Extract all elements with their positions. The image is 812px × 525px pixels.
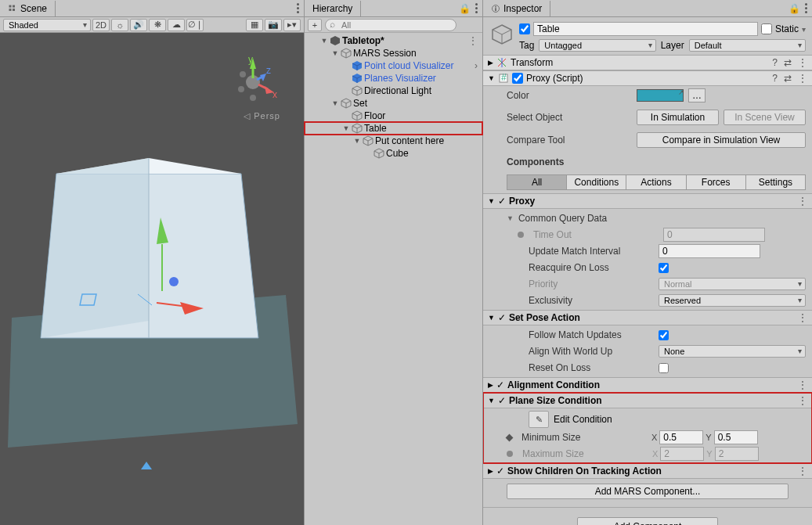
script-icon: # xyxy=(498,73,509,84)
proxy-comp-label: Proxy xyxy=(509,196,535,207)
color-extra-button[interactable]: … xyxy=(688,88,706,102)
priority-dropdown[interactable]: Normal xyxy=(659,278,806,290)
rol-checkbox[interactable] xyxy=(659,263,669,273)
alignment-section[interactable]: ▶✓ Alignment Condition ⋮ xyxy=(483,377,812,393)
scene-tab-label: Scene xyxy=(20,3,47,14)
tab-actions[interactable]: Actions xyxy=(626,174,686,190)
transform-section[interactable]: ▶ Transform ?⇄⋮ xyxy=(483,55,812,70)
scene-menu-icon[interactable] xyxy=(292,3,304,13)
sky-icon[interactable]: ☁ xyxy=(168,19,185,31)
gizmos-icon[interactable]: ▸▾ xyxy=(283,19,301,31)
tree-row[interactable]: ▼ Set xyxy=(305,97,482,110)
preset-icon[interactable]: ⇄ xyxy=(784,57,792,68)
create-button[interactable]: + xyxy=(308,19,322,31)
in-scene-button[interactable]: In Scene View xyxy=(724,110,806,125)
reset-label: Reset On Loss xyxy=(529,362,654,373)
tab-forces[interactable]: Forces xyxy=(687,174,746,190)
excl-dropdown[interactable]: Reserved xyxy=(659,294,806,307)
light-icon[interactable]: ☼ xyxy=(111,19,128,31)
tree-row[interactable]: Point cloud Visualizer › xyxy=(305,59,482,72)
help-icon[interactable]: ? xyxy=(772,73,778,84)
grid-icon xyxy=(8,4,17,13)
tab-conditions[interactable]: Conditions xyxy=(567,174,626,190)
tag-label: Tag xyxy=(519,40,534,51)
inspector-menu-icon[interactable] xyxy=(800,3,812,13)
menu-icon[interactable]: ⋮ xyxy=(798,466,807,476)
menu-icon[interactable]: ⋮ xyxy=(798,73,807,84)
min-x-input[interactable] xyxy=(659,430,703,444)
tree-row[interactable]: Cube xyxy=(305,147,482,160)
gizmo-grid-icon[interactable]: ▦ xyxy=(246,19,263,31)
preset-icon[interactable]: ⇄ xyxy=(784,73,792,84)
inspector-tab[interactable]: Inspector xyxy=(483,1,550,16)
btn-2d[interactable]: 2D xyxy=(92,19,110,31)
plane-section[interactable]: ▼✓ Plane Size Condition ⋮ xyxy=(483,393,812,408)
tab-all[interactable]: All xyxy=(507,174,567,190)
shading-dropdown[interactable]: Shaded xyxy=(3,19,91,31)
hierarchy-search[interactable] xyxy=(325,19,479,31)
scene-panel-header: Scene xyxy=(0,0,304,17)
compare-button[interactable]: Compare in Simulation View xyxy=(637,132,806,148)
tag-dropdown[interactable]: Untagged xyxy=(539,39,655,52)
awu-dropdown[interactable]: None xyxy=(659,345,806,358)
compare-label: Compare Tool xyxy=(507,135,632,146)
select-object-label: Select Object xyxy=(507,112,632,123)
svg-marker-20 xyxy=(41,158,149,338)
timeout-input[interactable] xyxy=(663,228,765,242)
scene-viewport[interactable]: y x z Persp xyxy=(0,33,304,525)
hierarchy-tab[interactable]: Hierarchy xyxy=(305,1,361,16)
active-checkbox[interactable] xyxy=(519,23,530,34)
menu-icon[interactable]: ⋮ xyxy=(798,196,807,207)
max-y-input[interactable] xyxy=(715,447,759,461)
tree-label: Tabletop* xyxy=(342,35,384,46)
proxy-section[interactable]: ▼ # Proxy (Script) ?⇄⋮ xyxy=(483,70,812,86)
tree-row[interactable]: ▼ Tabletop* ⋮ xyxy=(305,34,482,47)
color-picker[interactable] xyxy=(637,89,684,102)
scene-tab[interactable]: Scene xyxy=(0,1,56,16)
lock-icon[interactable]: 🔒 xyxy=(788,2,800,16)
in-simulation-button[interactable]: In Simulation xyxy=(637,110,719,125)
inspector-header: Inspector 🔒 xyxy=(483,0,812,17)
tree-row[interactable]: Floor xyxy=(305,110,482,122)
camera-icon[interactable]: 📷 xyxy=(265,19,282,31)
lock-icon[interactable]: 🔒 xyxy=(458,2,471,16)
layer-label: Layer xyxy=(661,40,684,51)
min-y-input[interactable] xyxy=(714,430,758,444)
tree-label: Table xyxy=(364,123,387,134)
layer-dropdown[interactable]: Default xyxy=(689,39,806,52)
audio-icon[interactable]: 🔊 xyxy=(130,19,147,31)
info-icon xyxy=(491,4,500,13)
help-icon[interactable]: ? xyxy=(772,57,778,68)
tree-row[interactable]: ▼ Put content here xyxy=(305,135,482,147)
show-children-section[interactable]: ▶✓ Show Children On Tracking Action ⋮ xyxy=(483,463,812,479)
cqd-label[interactable]: Common Query Data xyxy=(518,213,607,224)
menu-icon[interactable]: ⋮ xyxy=(798,57,807,68)
max-x-input[interactable] xyxy=(660,447,704,461)
umi-input[interactable] xyxy=(659,244,760,258)
edit-condition-icon[interactable]: ✎ xyxy=(529,411,549,428)
fx-icon[interactable]: ❋ xyxy=(149,19,166,31)
menu-icon[interactable]: ⋮ xyxy=(798,379,807,390)
add-component-button[interactable]: Add Component xyxy=(577,517,718,525)
tree-row[interactable]: Directional Light xyxy=(305,85,482,97)
tab-settings[interactable]: Settings xyxy=(746,174,806,190)
svg-rect-1 xyxy=(13,5,15,7)
reset-checkbox[interactable] xyxy=(659,363,669,373)
gameobject-name-input[interactable] xyxy=(533,22,758,36)
edit-condition-label: Edit Condition xyxy=(554,414,612,425)
menu-icon[interactable]: ⋮ xyxy=(798,395,807,406)
tree-row[interactable]: ▼ MARS Session xyxy=(305,47,482,59)
hierarchy-menu-icon[interactable] xyxy=(471,3,482,13)
fmu-checkbox[interactable] xyxy=(659,330,669,340)
proxy-component[interactable]: ▼ ✓ Proxy ⋮ xyxy=(483,193,812,209)
proxy-enabled-checkbox[interactable] xyxy=(512,73,523,84)
tree-row[interactable]: Planes Visualizer xyxy=(305,72,482,85)
tree-row[interactable]: ▼ Table xyxy=(305,122,482,135)
static-checkbox[interactable] xyxy=(761,23,772,34)
setpose-section[interactable]: ▼✓ Set Pose Action ⋮ xyxy=(483,310,812,325)
add-mars-button[interactable]: Add MARS Component... xyxy=(507,484,789,499)
menu-icon[interactable]: ⋮ xyxy=(798,312,807,323)
svg-rect-0 xyxy=(9,5,12,7)
hidden-icon[interactable]: ∅❘ xyxy=(186,19,204,31)
hierarchy-tree: ▼ Tabletop* ⋮ ▼ MARS Session Point cloud… xyxy=(305,33,482,525)
